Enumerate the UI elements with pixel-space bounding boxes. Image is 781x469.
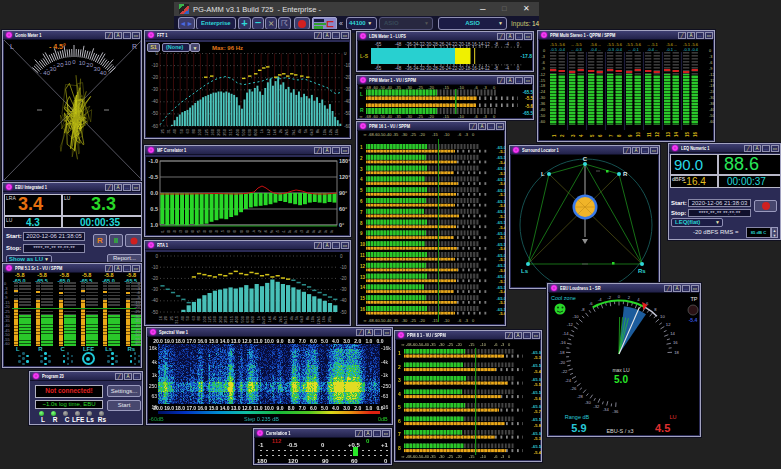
svg-text:-68: -68 [365, 114, 372, 119]
svg-text:0.5: 0.5 [150, 206, 158, 212]
svg-text:1k6: 1k6 [272, 128, 277, 135]
svg-text:-12: -12 [483, 66, 490, 70]
svg-text:2: 2 [560, 134, 565, 137]
svg-text:-20: -20 [559, 360, 566, 365]
svg-text:315: 315 [228, 128, 233, 135]
svg-text:-30: -30 [439, 342, 446, 347]
svg-text:-5.3: -5.3 [499, 214, 506, 219]
svg-text:1k6: 1k6 [263, 229, 268, 233]
svg-text:-4: -4 [598, 297, 602, 302]
svg-text:-- -0.1: -- -0.1 [628, 47, 639, 52]
svg-text:-40: -40 [386, 85, 393, 90]
svg-text:-6: -6 [458, 318, 462, 323]
svg-text:40: 40 [180, 315, 185, 320]
svg-text:-0.5 -0.4: -0.5 -0.4 [550, 47, 566, 52]
svg-text:-35: -35 [430, 454, 437, 459]
svg-text:80: 80 [196, 315, 201, 320]
svg-text:12k5: 12k5 [316, 315, 321, 324]
svg-text:2k: 2k [269, 230, 274, 233]
svg-text:63: 63 [178, 229, 183, 233]
svg-text:0: 0 [508, 342, 511, 347]
svg-text:-65.0: -65.0 [531, 431, 541, 436]
svg-text:0°: 0° [339, 222, 344, 228]
svg-text:25: 25 [169, 315, 174, 320]
svg-text:-40: -40 [386, 318, 393, 323]
svg-text:1: 1 [398, 350, 401, 356]
svg-text:-5.3: -5.3 [534, 436, 542, 441]
svg-text:0: 0 [517, 42, 520, 47]
svg-text:25: 25 [160, 128, 165, 133]
svg-text:1.0: 1.0 [150, 222, 158, 228]
svg-text:800: 800 [250, 315, 255, 322]
svg-text:40: 40 [172, 128, 177, 133]
svg-text:-65.0: -65.0 [531, 404, 541, 409]
svg-text:10: 10 [636, 131, 641, 137]
svg-text:3k15: 3k15 [283, 315, 288, 324]
svg-text:-20: -20 [456, 342, 463, 347]
svg-text:0: 0 [508, 454, 511, 459]
svg-text:-3: -3 [709, 55, 712, 59]
svg-text:250: 250 [222, 128, 227, 135]
svg-text:-40: -40 [386, 132, 393, 137]
svg-text:-5.4: -5.4 [499, 225, 506, 230]
svg-text:-30: -30 [406, 114, 413, 119]
svg-text:12: 12 [655, 131, 660, 137]
svg-text:-10: -10 [444, 132, 451, 137]
svg-text:0: 0 [472, 132, 475, 137]
svg-text:-15: -15 [432, 132, 439, 137]
svg-text:0: 0 [344, 52, 347, 56]
svg-text:50: 50 [185, 315, 190, 320]
svg-text:-30: -30 [585, 400, 592, 405]
svg-text:R: R [132, 43, 137, 50]
svg-text:14: 14 [360, 285, 366, 290]
svg-text:∞: ∞ [401, 342, 404, 347]
svg-text:-50: -50 [151, 310, 158, 315]
svg-text:14: 14 [670, 331, 675, 336]
svg-text:2k5: 2k5 [275, 229, 280, 233]
svg-text:90°: 90° [339, 190, 347, 196]
svg-text:160: 160 [212, 315, 217, 322]
svg-text:-30: -30 [401, 132, 408, 137]
svg-text:-24: -24 [565, 378, 572, 383]
svg-text:-25: -25 [417, 114, 424, 119]
svg-text:TP: TP [690, 296, 697, 302]
svg-text:4k: 4k [287, 230, 292, 233]
svg-text:-5.5: -5.5 [499, 171, 506, 176]
svg-text:100: 100 [190, 229, 195, 233]
svg-text:-20: -20 [428, 114, 435, 119]
svg-text:1: 1 [552, 134, 557, 137]
svg-text:-40: -40 [423, 342, 430, 347]
svg-text:-- -0.3: -- -0.3 [571, 47, 582, 52]
svg-text:-6: -6 [542, 61, 545, 65]
svg-text:40: 40 [166, 229, 171, 233]
svg-text:63: 63 [185, 128, 190, 133]
svg-text:-40: -40 [709, 108, 715, 112]
svg-text:-30: -30 [151, 87, 158, 92]
svg-text:0: 0 [472, 318, 475, 323]
svg-text:-5.6: -5.6 [499, 311, 506, 316]
svg-text:-25: -25 [410, 318, 417, 323]
svg-text:15: 15 [360, 296, 366, 301]
svg-text:0: 0 [709, 49, 711, 53]
svg-text:-5.7: -5.7 [499, 257, 506, 262]
svg-text:∞: ∞ [364, 318, 367, 323]
svg-text:5.9: 5.9 [571, 422, 586, 434]
svg-text:-5.7: -5.7 [534, 409, 542, 414]
svg-text:-20: -20 [428, 85, 435, 90]
svg-text:80: 80 [184, 229, 189, 233]
svg-text:0: 0 [155, 254, 158, 259]
svg-text:9: 9 [628, 134, 633, 137]
svg-text:-10: -10 [151, 265, 158, 270]
svg-text:6k3: 6k3 [299, 315, 304, 322]
svg-text:0: 0 [493, 85, 496, 90]
svg-text:3: 3 [398, 377, 401, 383]
svg-text:-35: -35 [393, 132, 400, 137]
svg-text:315: 315 [229, 315, 234, 322]
svg-text:3: 3 [360, 167, 363, 172]
svg-text:0: 0 [72, 59, 76, 65]
svg-text:10k: 10k [310, 316, 315, 322]
svg-text:-30: -30 [439, 454, 446, 459]
svg-text:-30: -30 [401, 318, 408, 323]
svg-text:20: 20 [163, 315, 168, 320]
svg-text:-1.0: -1.0 [149, 158, 158, 164]
